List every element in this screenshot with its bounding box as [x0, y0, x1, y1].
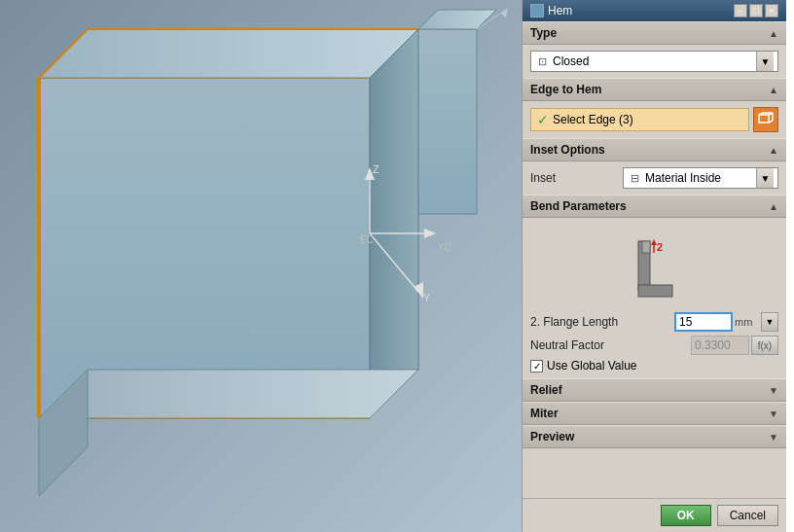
- svg-marker-1: [39, 78, 370, 418]
- inset-dropdown-icon: ⊟: [628, 171, 641, 185]
- svg-text:EC: EC: [360, 234, 374, 245]
- svg-text:YC: YC: [438, 242, 451, 253]
- neutral-factor-row: Neutral Factor f(x): [530, 336, 778, 355]
- max-button[interactable]: □: [749, 4, 763, 18]
- bend-diagram: 2: [611, 231, 699, 304]
- ok-button[interactable]: OK: [661, 505, 711, 526]
- svg-marker-8: [370, 29, 418, 418]
- check-icon: ✓: [537, 112, 549, 127]
- select-edge-row[interactable]: ✓ Select Edge (3): [530, 108, 749, 131]
- type-dropdown-arrow[interactable]: ▼: [756, 52, 774, 71]
- spacer: [523, 448, 786, 498]
- flange-length-input[interactable]: [674, 312, 733, 332]
- miter-label: Miter: [530, 407, 559, 420]
- bend-section-body: 2 2. Flange Length mm ▼ Neutral Factor f…: [523, 218, 786, 378]
- svg-marker-5: [39, 29, 418, 78]
- edge-section-header[interactable]: Edge to Hem ▲: [523, 78, 786, 101]
- fix-button[interactable]: f(x): [751, 336, 778, 355]
- neutral-input-group: f(x): [691, 336, 778, 355]
- inset-dropdown[interactable]: ⊟ Material Inside ▼: [623, 167, 778, 189]
- neutral-factor-label: Neutral Factor: [530, 338, 604, 352]
- inset-section-body: Inset ⊟ Material Inside ▼: [523, 161, 786, 195]
- relief-section-header[interactable]: Relief ▼: [523, 378, 786, 402]
- cancel-button[interactable]: Cancel: [717, 505, 778, 526]
- select-edge-label: Select Edge (3): [553, 113, 633, 126]
- edge-section-body: ✓ Select Edge (3): [523, 101, 786, 138]
- svg-text:Y: Y: [423, 292, 431, 303]
- svg-rect-32: [638, 285, 672, 297]
- flange-length-row: 2. Flange Length mm ▼: [530, 312, 778, 332]
- inset-dropdown-value: Material Inside: [645, 171, 721, 185]
- miter-section-header[interactable]: Miter ▼: [523, 402, 786, 425]
- inset-label: Inset: [530, 171, 556, 185]
- inset-section-label: Inset Options: [530, 143, 605, 157]
- bottom-bar: OK Cancel: [523, 498, 786, 532]
- type-dropdown-value: Closed: [553, 54, 589, 68]
- miter-arrow: ▼: [769, 408, 778, 419]
- flange-unit-btn[interactable]: ▼: [761, 312, 778, 332]
- svg-rect-25: [759, 115, 769, 123]
- 3d-icon: [757, 111, 775, 128]
- svg-marker-11: [418, 29, 477, 214]
- inset-row: Inset ⊟ Material Inside ▼: [530, 167, 778, 189]
- global-value-row: ✓ Use Global Value: [530, 359, 778, 372]
- svg-text:2: 2: [657, 241, 663, 253]
- title-bar-icon: [530, 4, 544, 18]
- flange-length-input-group: mm ▼: [674, 312, 778, 332]
- svg-text:Z: Z: [373, 163, 379, 175]
- preview-section-header[interactable]: Preview ▼: [523, 425, 786, 448]
- svg-marker-9: [39, 370, 418, 418]
- panel-title: Hem: [548, 4, 572, 18]
- preview-arrow: ▼: [769, 432, 778, 443]
- 3d-scene: Z Y EC YC: [0, 0, 522, 532]
- right-panel: Hem − □ × Type ▲ ⊡ Closed ▼ Edge to Hem: [522, 0, 786, 532]
- bend-section-arrow: ▲: [769, 201, 778, 212]
- edge-section-label: Edge to Hem: [530, 83, 601, 96]
- edge-icon-button[interactable]: [753, 107, 778, 132]
- viewport[interactable]: Z Y EC YC: [0, 0, 522, 532]
- type-dropdown[interactable]: ⊡ Closed ▼: [530, 51, 778, 72]
- type-section-body: ⊡ Closed ▼: [523, 45, 786, 78]
- type-section-arrow: ▲: [769, 28, 778, 39]
- inset-section-header[interactable]: Inset Options ▲: [523, 138, 786, 161]
- inset-section-arrow: ▲: [769, 145, 778, 156]
- flange-unit: mm: [735, 316, 759, 328]
- global-value-checkbox[interactable]: ✓: [530, 360, 543, 372]
- edge-section-arrow: ▲: [769, 85, 778, 95]
- relief-arrow: ▼: [769, 385, 778, 396]
- svg-rect-33: [642, 241, 650, 253]
- bend-visual: 2: [530, 224, 778, 312]
- min-button[interactable]: −: [734, 4, 747, 18]
- close-button[interactable]: ×: [765, 4, 778, 18]
- relief-label: Relief: [530, 383, 562, 397]
- type-section-label: Type: [530, 26, 557, 40]
- inset-dropdown-arrow[interactable]: ▼: [756, 168, 774, 188]
- bend-section-header[interactable]: Bend Parameters ▲: [523, 195, 786, 218]
- neutral-factor-input[interactable]: [691, 336, 749, 355]
- flange-length-label: 2. Flange Length: [530, 315, 618, 329]
- type-dropdown-icon: ⊡: [535, 54, 549, 68]
- title-bar: Hem − □ ×: [523, 0, 786, 21]
- preview-label: Preview: [530, 430, 574, 443]
- type-section-header[interactable]: Type ▲: [523, 21, 786, 45]
- global-value-label: Use Global Value: [547, 359, 637, 372]
- bend-section-label: Bend Parameters: [530, 199, 627, 213]
